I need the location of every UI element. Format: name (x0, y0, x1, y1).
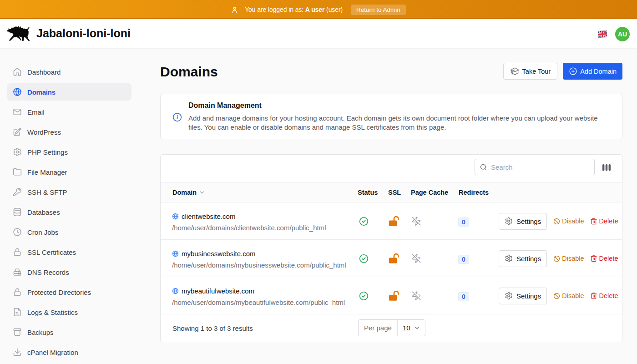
svg-text:i: i (177, 114, 178, 121)
